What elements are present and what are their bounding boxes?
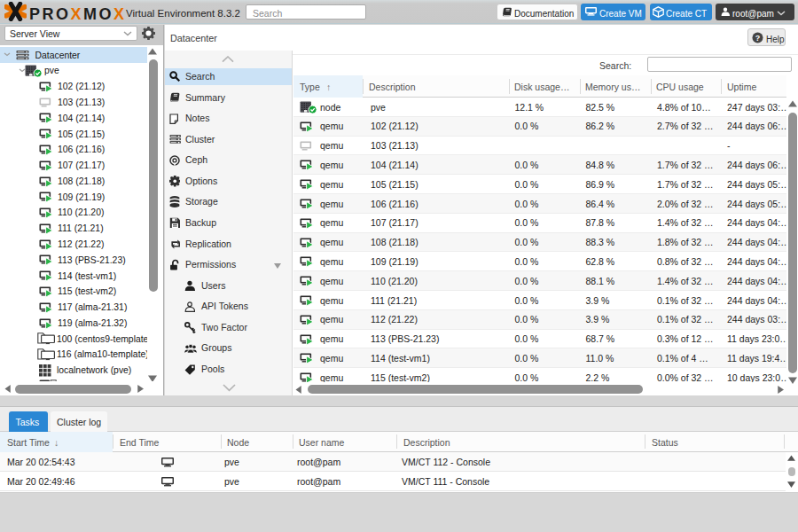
svg-text:?: ? <box>755 33 761 42</box>
